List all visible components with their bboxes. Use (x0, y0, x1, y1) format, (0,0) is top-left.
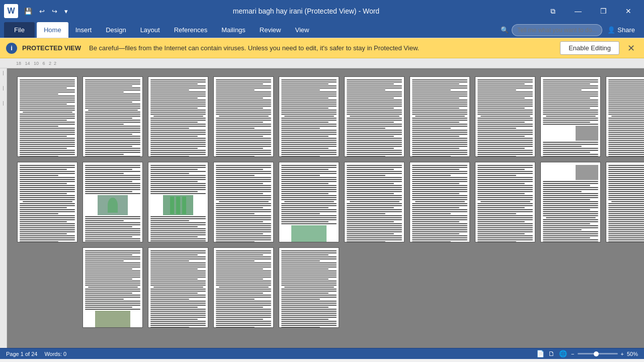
status-bar: Page 1 of 24 Words: 0 📄 🗋 🌐 − + 50% (0, 348, 644, 359)
page-thumb-12[interactable] (83, 162, 143, 242)
pages-container[interactable] (7, 68, 644, 348)
page-thumb-17[interactable] (410, 162, 470, 242)
page-thumb-9[interactable] (540, 76, 601, 157)
page-thumb-14[interactable] (213, 162, 274, 242)
ruler-area: 18 14 10 6 2 2 (0, 58, 644, 68)
quick-access-toolbar: 💾 ↩ ↪ ▾ (21, 6, 71, 17)
search-icon: 🔍 (501, 26, 509, 34)
web-layout-button[interactable]: 🌐 (558, 350, 568, 357)
page-thumb-15[interactable] (279, 162, 339, 242)
protected-view-label: PROTECTED VIEW (22, 44, 81, 52)
page-thumb-16[interactable] (344, 162, 405, 242)
zoom-slider[interactable] (578, 353, 618, 354)
save-button[interactable]: 💾 (21, 6, 35, 17)
word-count: Words: 0 (44, 351, 66, 357)
page-thumb-24[interactable] (279, 247, 339, 328)
page-thumb-18[interactable] (475, 162, 535, 242)
tab-design[interactable]: Design (99, 22, 133, 38)
enable-editing-button[interactable]: Enable Editing (560, 41, 619, 55)
page-thumb-23[interactable] (213, 247, 274, 328)
page-thumb-4[interactable] (213, 76, 274, 157)
ribbon: File Home Insert Design Layout Reference… (0, 22, 644, 38)
protected-view-message: Be careful—files from the Internet can c… (89, 44, 555, 52)
word-icon: W (4, 4, 18, 18)
redo-button[interactable]: ↪ (49, 6, 60, 17)
tab-mailings[interactable]: Mailings (214, 22, 253, 38)
share-button[interactable]: 👤 Share (602, 24, 640, 36)
title-bar: W 💾 ↩ ↪ ▾ memari bagh hay irani (Protect… (0, 0, 644, 22)
tab-layout[interactable]: Layout (133, 22, 167, 38)
page-thumb-1[interactable] (17, 76, 77, 157)
tab-view[interactable]: View (288, 22, 316, 38)
zoom-minus-icon[interactable]: − (571, 351, 574, 357)
tab-insert[interactable]: Insert (68, 22, 99, 38)
tab-review[interactable]: Review (253, 22, 288, 38)
vertical-ruler: | | | (0, 68, 7, 348)
document-area: | | | (0, 68, 644, 348)
page-row-1 (17, 76, 634, 157)
print-layout-button[interactable]: 🗋 (547, 350, 556, 357)
tab-file[interactable]: File (4, 22, 35, 38)
tab-references[interactable]: References (167, 22, 214, 38)
zoom-thumb (594, 351, 599, 356)
protected-view-banner: i PROTECTED VIEW Be careful—files from t… (0, 38, 644, 58)
minimize-button[interactable]: — (567, 4, 590, 19)
window-title: memari bagh hay irani (Protected View) -… (71, 7, 541, 15)
horizontal-ruler: 18 14 10 6 2 2 (14, 58, 644, 68)
page-thumb-8[interactable] (475, 76, 535, 157)
page-thumb-13[interactable] (148, 162, 208, 242)
page-count: Page 1 of 24 (6, 351, 37, 357)
zoom-level: 50% (627, 351, 638, 357)
restore-window-button[interactable]: ⧉ (541, 4, 565, 19)
view-mode-icons: 📄 🗋 🌐 (535, 350, 568, 357)
zoom-plus-icon[interactable]: + (621, 351, 624, 357)
zoom-controls: 📄 🗋 🌐 − + 50% (535, 350, 638, 357)
page-thumb-10[interactable] (606, 76, 644, 157)
page-thumb-3[interactable] (148, 76, 208, 157)
customize-quick-access-button[interactable]: ▾ (61, 6, 71, 17)
page-thumb-6[interactable] (344, 76, 405, 157)
search-input[interactable] (512, 24, 602, 36)
window-controls: ⧉ — ❒ ✕ (541, 4, 640, 19)
protected-view-icon: i (6, 43, 17, 54)
page-thumb-20[interactable] (606, 162, 644, 242)
page-thumb-21[interactable] (83, 247, 143, 328)
page-thumb-2[interactable] (83, 76, 143, 157)
page-thumb-22[interactable] (148, 247, 208, 328)
page-thumb-11[interactable] (17, 162, 77, 242)
search-box: 🔍 (501, 24, 602, 36)
page-row-2 (17, 162, 634, 242)
page-thumb-19[interactable] (540, 162, 601, 242)
undo-button[interactable]: ↩ (36, 6, 48, 17)
title-bar-left: W 💾 ↩ ↪ ▾ (4, 4, 71, 18)
page-thumb-7[interactable] (410, 76, 470, 157)
share-icon: 👤 (607, 26, 615, 34)
maximize-button[interactable]: ❒ (592, 4, 615, 19)
page-row-3 (17, 247, 634, 328)
tab-home[interactable]: Home (37, 22, 68, 38)
ribbon-tab-bar: File Home Insert Design Layout Reference… (0, 22, 644, 38)
close-button[interactable]: ✕ (617, 4, 640, 19)
read-mode-button[interactable]: 📄 (535, 350, 545, 357)
page-thumb-5[interactable] (279, 76, 339, 157)
close-banner-button[interactable]: ✕ (624, 42, 638, 55)
